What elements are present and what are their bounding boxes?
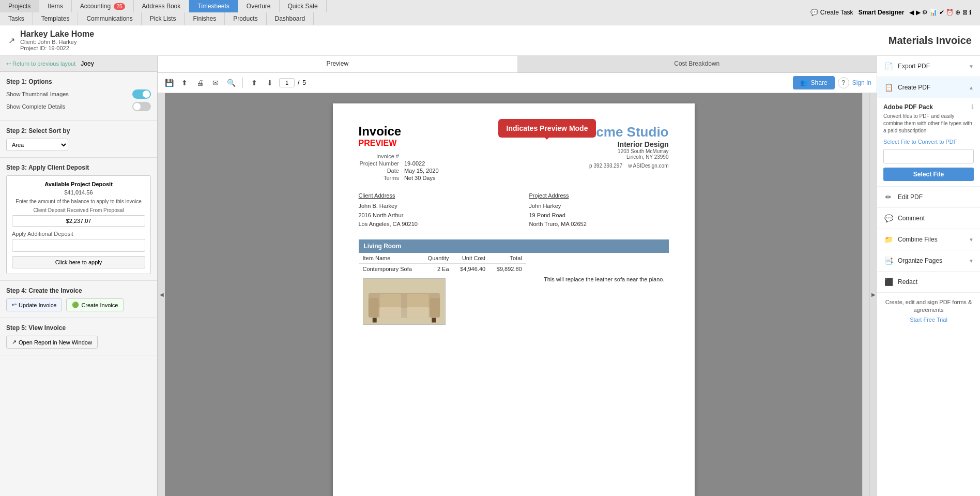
create-task-button[interactable]: 💬 Create Task: [810, 9, 853, 16]
center-area: Preview Cost Breakdown 💾 ⬆ 🖨 ✉ 🔍 ⬆ ⬇ / 5…: [158, 56, 877, 496]
invoice-paper: Indicates Preview Mode Invoice PREVIEW I…: [333, 103, 695, 496]
col-unit-cost: Unit Cost: [453, 253, 490, 264]
svg-rect-6: [430, 298, 440, 318]
preview-scrollbar[interactable]: [862, 93, 869, 496]
tab-cost-breakdown[interactable]: Cost Breakdown: [517, 56, 877, 72]
apply-additional-input[interactable]: [12, 239, 145, 252]
thumbnail-toggle[interactable]: [132, 89, 151, 99]
studio-sub: Interior Design: [587, 140, 669, 148]
combine-chevron: ▼: [969, 237, 974, 243]
help-icon[interactable]: ?: [838, 77, 849, 88]
collapse-left-handle[interactable]: ◀: [158, 93, 165, 496]
item-desc: This will replace the leather sofa near …: [526, 274, 669, 329]
nav-tab-accounting[interactable]: Accounting 25: [72, 0, 134, 12]
nav-tab-tasks[interactable]: Tasks: [0, 12, 33, 25]
invoice-table: Item Name Quantity Unit Cost Total Conte…: [359, 253, 669, 329]
combine-icon: 📁: [883, 234, 894, 245]
preview-tabs: Preview Cost Breakdown: [158, 56, 877, 73]
create-invoice-button[interactable]: 🟢 Create Invoice: [66, 298, 124, 311]
select-file-button[interactable]: Select File: [883, 168, 974, 181]
nav-tab-finishes[interactable]: Finishes: [185, 12, 225, 25]
update-invoice-button[interactable]: ↩ Update Invoice: [6, 298, 62, 311]
nav-tab-quicksale[interactable]: Quick Sale: [280, 0, 327, 12]
top-navigation: Projects Items Accounting 25 Address Boo…: [0, 0, 980, 25]
page-number-input[interactable]: [279, 78, 295, 87]
date-label: Date: [360, 168, 403, 174]
file-input[interactable]: [883, 149, 974, 163]
start-trial-link[interactable]: Start Free Trial: [910, 317, 947, 323]
save-icon[interactable]: 💾: [163, 77, 175, 89]
project-name: Harkey Lake Home: [20, 29, 94, 39]
nav-tab-dashboard[interactable]: Dashboard: [267, 12, 314, 25]
col-quantity: Quantity: [421, 253, 453, 264]
complete-label: Show Complete Details: [6, 103, 65, 110]
adobe-title: Adobe PDF Pack ℹ: [883, 103, 974, 111]
complete-toggle[interactable]: [132, 102, 151, 111]
svg-rect-4: [368, 293, 439, 308]
preview-scroller[interactable]: Indicates Preview Mode Invoice PREVIEW I…: [165, 93, 862, 496]
create-pdf-label: Create PDF: [898, 84, 969, 91]
upload-icon[interactable]: ⬆: [178, 77, 191, 89]
sort-select[interactable]: Area: [6, 139, 68, 151]
comment-option[interactable]: 💬 Comment: [877, 208, 980, 229]
studio-addr1: 1203 South McMurray: [587, 148, 669, 154]
project-num-label: Project Number: [360, 160, 403, 167]
redact-option[interactable]: ⬛ Redact: [877, 272, 980, 293]
open-icon: ↗: [12, 339, 17, 345]
invoice-right: Acme Studio Interior Design 1203 South M…: [587, 124, 669, 169]
next-page-icon[interactable]: ⬇: [264, 77, 276, 89]
client-name: John B. Harkey: [359, 202, 498, 211]
nav-tab-items[interactable]: Items: [39, 0, 71, 12]
table-row: Contemporary Sofa 2 Ea $4,946.40 $9,892.…: [359, 263, 669, 274]
toolbar-separator: [242, 78, 243, 88]
step4-label: Step 4: Create the Invoice: [6, 287, 151, 294]
export-pdf-option[interactable]: 📄 Export PDF ▼: [877, 56, 980, 77]
invoice-num-label: Invoice #: [360, 153, 403, 159]
return-button[interactable]: ↩ Return to previous layout: [6, 61, 75, 67]
share-button[interactable]: 👥 Share: [793, 76, 835, 89]
nav-top-row: Projects Items Accounting 25 Address Boo…: [0, 0, 802, 12]
item-detail-row: This will replace the leather sofa near …: [359, 274, 669, 329]
select-file-link[interactable]: Select File to Convert to PDF: [883, 139, 974, 145]
tab-preview[interactable]: Preview: [158, 56, 517, 72]
collapse-right-handle[interactable]: ▶: [869, 93, 877, 496]
deposit-input[interactable]: [12, 215, 145, 227]
click-here-button[interactable]: Click here to apply: [12, 256, 145, 268]
nav-tab-address[interactable]: Address Book: [134, 0, 190, 12]
invoice-fields-table: Invoice # Project Number 19-0022 Date Ma…: [359, 152, 440, 182]
prev-page-icon[interactable]: ⬆: [248, 77, 261, 89]
external-link-icon[interactable]: ↗: [8, 36, 15, 46]
email-icon[interactable]: ✉: [209, 77, 222, 89]
organize-chevron: ▼: [969, 258, 974, 264]
organize-pages-option[interactable]: 📑 Organize Pages ▼: [877, 250, 980, 272]
export-pdf-label: Export PDF: [898, 63, 969, 70]
redact-label: Redact: [898, 278, 974, 285]
nav-tab-picklists[interactable]: Pick Lists: [142, 12, 185, 25]
open-report-button[interactable]: ↗ Open Report in New Window: [6, 336, 98, 349]
combine-files-option[interactable]: 📁 Combine Files ▼: [877, 229, 980, 250]
nav-tab-overture[interactable]: Overture: [238, 0, 280, 12]
nav-tab-communications[interactable]: Communications: [78, 12, 141, 25]
user-label: Joey: [81, 60, 94, 67]
comment-icon: 💬: [883, 213, 894, 223]
nav-tab-templates[interactable]: Templates: [33, 12, 79, 25]
right-panel-bottom: Create, edit and sign PDF forms & agreem…: [877, 293, 980, 328]
step1-section: Step 1: Options Show Thumbnail Images Sh…: [0, 72, 157, 121]
signin-label[interactable]: Sign In: [852, 79, 871, 86]
print-icon[interactable]: 🖨: [194, 77, 206, 89]
step5-label: Step 5: View Invoice: [6, 324, 151, 332]
edit-pdf-option[interactable]: ✏ Edit PDF: [877, 187, 980, 208]
create-pdf-option[interactable]: 📋 Create PDF ▲: [877, 77, 980, 98]
svg-rect-10: [407, 294, 428, 307]
svg-rect-9: [379, 294, 401, 307]
item-qty-cell: 2 Ea: [421, 263, 453, 274]
preview-content: ◀ Indicates Preview Mode Invoice PREVIEW…: [158, 93, 877, 496]
project-addr2: North Truro, MA 02652: [529, 220, 669, 229]
col-total: Total: [489, 253, 526, 264]
nav-tab-projects[interactable]: Projects: [0, 0, 39, 12]
nav-tab-products[interactable]: Products: [225, 12, 266, 25]
page-total: 5: [302, 79, 306, 86]
zoom-out-icon[interactable]: 🔍: [225, 77, 237, 89]
step1-label: Step 1: Options: [6, 78, 151, 85]
nav-tab-timesheets[interactable]: Timesheets: [189, 0, 238, 12]
